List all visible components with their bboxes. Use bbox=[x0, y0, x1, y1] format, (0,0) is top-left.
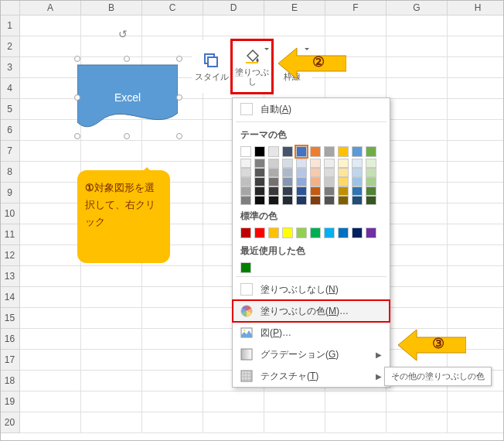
row-header[interactable]: 1 bbox=[0, 15, 20, 36]
cell[interactable] bbox=[448, 78, 504, 99]
cell[interactable] bbox=[20, 120, 81, 141]
color-swatch[interactable] bbox=[268, 186, 279, 196]
cell[interactable] bbox=[448, 183, 504, 203]
cell[interactable] bbox=[142, 287, 203, 308]
picture-fill-item[interactable]: 図(P)… bbox=[233, 322, 390, 344]
cell[interactable] bbox=[448, 36, 504, 57]
cell[interactable] bbox=[81, 308, 142, 329]
cell[interactable] bbox=[387, 203, 448, 224]
cell[interactable] bbox=[387, 391, 448, 412]
color-swatch[interactable] bbox=[282, 227, 293, 238]
resize-handle[interactable] bbox=[176, 56, 182, 62]
color-swatch[interactable] bbox=[296, 186, 307, 196]
cell[interactable] bbox=[387, 245, 448, 266]
color-swatch[interactable] bbox=[254, 196, 265, 205]
cell[interactable] bbox=[448, 99, 504, 120]
color-swatch[interactable] bbox=[310, 196, 321, 205]
color-swatch[interactable] bbox=[240, 262, 251, 273]
color-swatch[interactable] bbox=[296, 177, 307, 186]
row-header[interactable]: 9 bbox=[0, 183, 20, 203]
color-swatch[interactable] bbox=[338, 168, 349, 177]
cell[interactable] bbox=[20, 99, 81, 120]
cell[interactable] bbox=[325, 412, 387, 433]
color-swatch[interactable] bbox=[324, 227, 335, 238]
color-swatch[interactable] bbox=[338, 227, 349, 238]
cell[interactable] bbox=[81, 15, 142, 36]
cell[interactable] bbox=[20, 287, 81, 308]
color-swatch[interactable] bbox=[282, 168, 293, 177]
more-fill-colors-item[interactable]: 塗りつぶしの色(M)… bbox=[233, 300, 390, 322]
color-swatch[interactable] bbox=[254, 177, 265, 186]
cell[interactable] bbox=[20, 162, 81, 183]
color-swatch[interactable] bbox=[268, 146, 279, 157]
color-swatch[interactable] bbox=[268, 168, 279, 177]
color-swatch[interactable] bbox=[310, 177, 321, 186]
cell[interactable] bbox=[387, 183, 448, 203]
cell[interactable] bbox=[325, 15, 387, 36]
color-swatch[interactable] bbox=[296, 196, 307, 205]
cell[interactable] bbox=[264, 412, 325, 433]
color-swatch[interactable] bbox=[310, 186, 321, 196]
color-swatch[interactable] bbox=[338, 177, 349, 186]
color-swatch[interactable] bbox=[240, 177, 251, 186]
cell[interactable] bbox=[387, 36, 448, 57]
cell[interactable] bbox=[448, 120, 504, 141]
color-swatch[interactable] bbox=[240, 146, 251, 157]
cell[interactable] bbox=[448, 57, 504, 78]
cell[interactable] bbox=[448, 287, 504, 308]
color-swatch[interactable] bbox=[268, 196, 279, 205]
cell[interactable] bbox=[387, 308, 448, 329]
color-swatch[interactable] bbox=[282, 196, 293, 205]
color-swatch[interactable] bbox=[254, 186, 265, 196]
cell[interactable] bbox=[20, 183, 81, 203]
color-swatch[interactable] bbox=[296, 168, 307, 177]
color-swatch[interactable] bbox=[240, 168, 251, 177]
color-swatch[interactable] bbox=[254, 146, 265, 157]
cell[interactable] bbox=[20, 371, 81, 391]
column-header[interactable]: G bbox=[387, 0, 448, 15]
row-header[interactable]: 13 bbox=[0, 266, 20, 287]
row-header[interactable]: 3 bbox=[0, 57, 20, 78]
color-swatch[interactable] bbox=[366, 196, 376, 205]
color-swatch[interactable] bbox=[310, 168, 321, 177]
row-header[interactable]: 19 bbox=[0, 391, 20, 412]
gradient-fill-item[interactable]: グラデーション(G) ▶ bbox=[233, 344, 390, 365]
cell[interactable] bbox=[20, 15, 81, 36]
color-swatch[interactable] bbox=[240, 159, 251, 168]
color-swatch[interactable] bbox=[324, 177, 335, 186]
color-swatch[interactable] bbox=[282, 186, 293, 196]
cell[interactable] bbox=[448, 141, 504, 162]
cell[interactable] bbox=[264, 391, 325, 412]
column-header[interactable]: B bbox=[81, 0, 142, 15]
cell[interactable] bbox=[142, 371, 203, 391]
no-fill-item[interactable]: 塗りつぶしなし(N) bbox=[233, 279, 390, 300]
color-swatch[interactable] bbox=[338, 159, 349, 168]
cell[interactable] bbox=[142, 141, 203, 162]
cell[interactable] bbox=[20, 203, 81, 224]
cell[interactable] bbox=[325, 78, 387, 99]
color-swatch[interactable] bbox=[352, 186, 363, 196]
row-header[interactable]: 4 bbox=[0, 78, 20, 99]
cell[interactable] bbox=[20, 78, 81, 99]
row-header[interactable]: 17 bbox=[0, 350, 20, 371]
resize-handle[interactable] bbox=[176, 133, 182, 139]
row-header[interactable]: 6 bbox=[0, 120, 20, 141]
color-swatch[interactable] bbox=[352, 227, 363, 238]
color-swatch[interactable] bbox=[310, 159, 321, 168]
color-swatch[interactable] bbox=[366, 168, 376, 177]
fill-button[interactable]: 塗りつぶし bbox=[232, 40, 272, 93]
color-swatch[interactable] bbox=[254, 159, 265, 168]
cell[interactable] bbox=[142, 350, 203, 371]
cell[interactable] bbox=[81, 391, 142, 412]
cell[interactable] bbox=[387, 266, 448, 287]
color-swatch[interactable] bbox=[366, 227, 376, 238]
color-swatch[interactable] bbox=[282, 177, 293, 186]
cell[interactable] bbox=[387, 120, 448, 141]
color-swatch[interactable] bbox=[366, 177, 376, 186]
color-swatch[interactable] bbox=[324, 168, 335, 177]
color-swatch[interactable] bbox=[338, 146, 349, 157]
cell[interactable] bbox=[81, 141, 142, 162]
cell[interactable] bbox=[387, 57, 448, 78]
cell[interactable] bbox=[20, 245, 81, 266]
color-swatch[interactable] bbox=[352, 196, 363, 205]
